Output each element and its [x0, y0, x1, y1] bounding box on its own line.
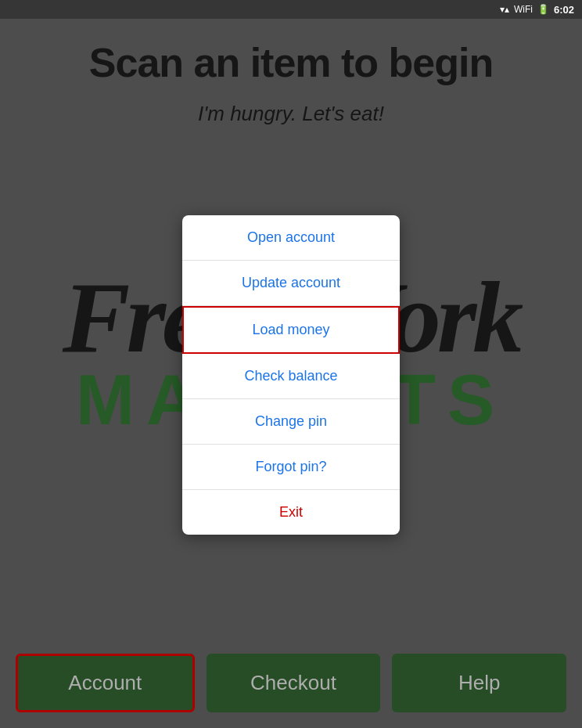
signal-icon: ▾▴ [500, 4, 509, 15]
menu-item-exit[interactable]: Exit [182, 490, 400, 535]
menu-item-update-account[interactable]: Update account [182, 261, 400, 306]
account-menu-dialog: Open account Update account Load money C… [182, 215, 400, 535]
status-bar: ▾▴ WiFi 🔋 6:02 [0, 0, 582, 19]
time-display: 6:02 [554, 4, 574, 16]
menu-item-load-money[interactable]: Load money [182, 306, 400, 354]
menu-item-change-pin[interactable]: Change pin [182, 399, 400, 445]
battery-icon: 🔋 [537, 4, 549, 15]
menu-item-open-account[interactable]: Open account [182, 215, 400, 261]
menu-item-forgot-pin[interactable]: Forgot pin? [182, 445, 400, 490]
menu-item-check-balance[interactable]: Check balance [182, 354, 400, 399]
wifi-icon: WiFi [514, 4, 533, 15]
